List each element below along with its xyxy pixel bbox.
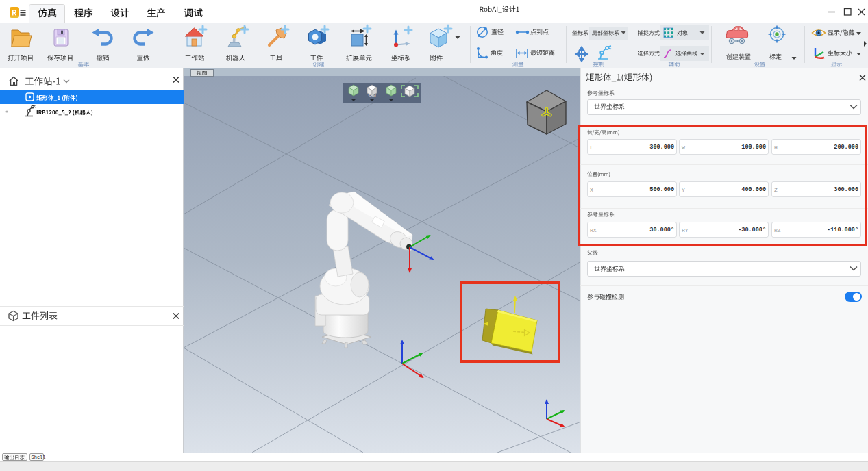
svg-text:Solid: Solid bbox=[368, 94, 375, 98]
